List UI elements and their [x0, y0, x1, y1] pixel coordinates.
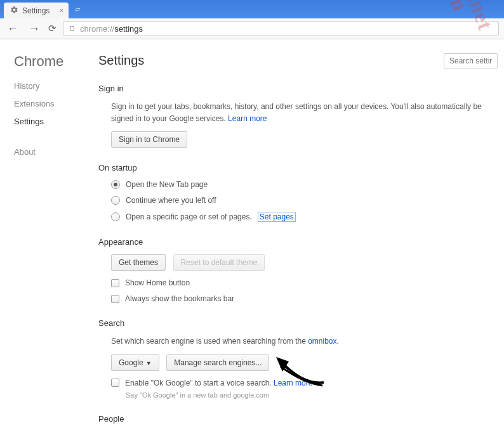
startup-radio-specific[interactable]: Open a specific page or set of pages. Se…: [111, 212, 491, 222]
radio-icon: [111, 196, 120, 205]
tab-title: Settings: [22, 6, 50, 15]
section-people: People: [98, 414, 491, 424]
radio-icon: [111, 180, 120, 189]
sidebar-item-about[interactable]: About: [14, 147, 98, 157]
signin-button[interactable]: Sign in to Chrome: [111, 131, 187, 148]
search-title: Search: [98, 318, 491, 328]
address-bar[interactable]: 🗋 chrome://settings: [63, 21, 499, 36]
reload-button[interactable]: ⟳: [48, 23, 56, 34]
sidebar-item-extensions[interactable]: Extensions: [14, 99, 98, 108]
appearance-title: Appearance: [98, 237, 491, 247]
close-icon[interactable]: ×: [59, 6, 63, 15]
show-bookmarks-checkbox[interactable]: Always show the bookmarks bar: [111, 294, 491, 303]
signin-title: Sign in: [98, 84, 491, 93]
section-signin: Sign in Sign in to get your tabs, bookma…: [98, 84, 491, 148]
get-themes-button[interactable]: Get themes: [111, 254, 166, 271]
checkbox-icon: [111, 379, 119, 387]
gear-icon: [10, 6, 18, 16]
sidebar: Chrome History Extensions Settings About: [0, 39, 98, 431]
browser-toolbar: ← → ⟳ 🗋 chrome://settings: [0, 18, 504, 39]
search-desc: Set which search engine is used when sea…: [111, 335, 491, 347]
checkbox-icon: [111, 279, 119, 287]
content: Settings Sign in Sign in to get your tab…: [98, 39, 504, 431]
startup-title: On startup: [98, 163, 491, 172]
page-title: Settings: [98, 53, 144, 68]
show-home-checkbox[interactable]: Show Home button: [111, 278, 491, 287]
omnibox-link[interactable]: omnibox: [308, 337, 336, 346]
browser-tab-strip: Settings × ▱: [0, 0, 504, 18]
section-startup: On startup Open the New Tab page Continu…: [98, 163, 491, 222]
url-scheme: chrome://: [80, 24, 114, 34]
url-path: settings: [114, 24, 143, 34]
signin-learn-more-link[interactable]: Learn more: [228, 114, 267, 123]
manage-search-engines-button[interactable]: Manage search engines...: [166, 354, 269, 371]
signin-desc: Sign in to get your tabs, bookmarks, his…: [111, 101, 491, 125]
back-button[interactable]: ←: [5, 22, 20, 36]
sidebar-item-settings[interactable]: Settings: [14, 117, 98, 126]
forward-button[interactable]: →: [27, 22, 42, 36]
sidebar-item-history[interactable]: History: [14, 81, 98, 91]
section-appearance: Appearance Get themes Reset to default t…: [98, 237, 491, 303]
startup-radio-newtab[interactable]: Open the New Tab page: [111, 180, 491, 189]
ok-google-hint: Say "Ok Google" in a new tab and google.…: [126, 391, 491, 399]
sidebar-brand: Chrome: [14, 53, 98, 70]
startup-radio-continue[interactable]: Continue where you left off: [111, 196, 491, 205]
people-title: People: [98, 414, 491, 424]
radio-icon: [111, 212, 120, 221]
ok-google-checkbox[interactable]: Enable "Ok Google" to start a voice sear…: [111, 379, 491, 387]
browser-tab[interactable]: Settings ×: [4, 3, 69, 18]
checkbox-icon: [111, 295, 119, 303]
page-icon: 🗋: [69, 24, 76, 33]
search-engine-dropdown[interactable]: Google▼: [111, 354, 159, 371]
new-tab-button[interactable]: ▱: [69, 5, 86, 13]
section-search: Search Set which search engine is used w…: [98, 318, 491, 398]
ok-google-learn-more-link[interactable]: Learn more: [274, 379, 312, 387]
chevron-down-icon: ▼: [146, 360, 152, 367]
search-settings-input[interactable]: [444, 53, 498, 68]
set-pages-link[interactable]: Set pages: [258, 212, 296, 222]
reset-theme-button: Reset to default theme: [173, 254, 265, 271]
